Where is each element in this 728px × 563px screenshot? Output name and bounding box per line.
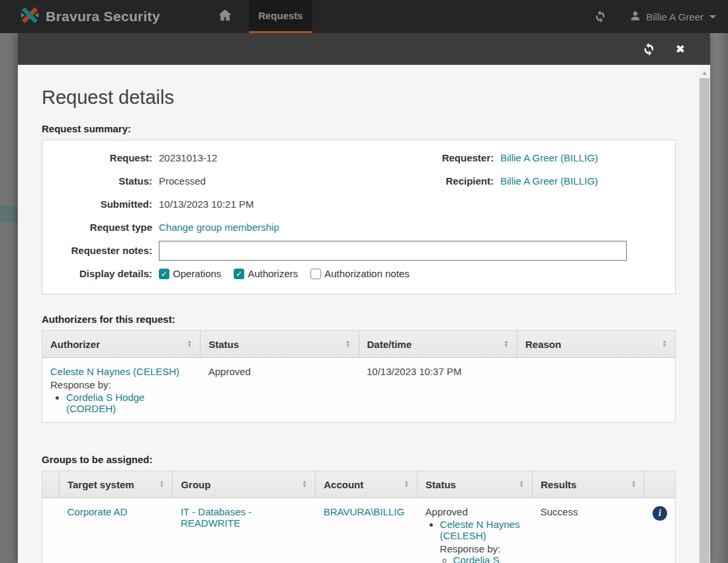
recipient-link[interactable]: Billie A Greer (BILLIG) [500,175,598,187]
sort-icon: ▲▼ [187,340,192,348]
checkbox-authorization-notes[interactable]: Authorization notes [310,268,409,279]
target-system-cell: Corporate AD [59,498,172,563]
brand-home-link[interactable]: Bravura Security [0,0,160,33]
results-cell: Success [533,498,645,563]
home-button[interactable] [201,0,249,33]
chevron-down-icon [709,15,716,19]
request-type-label: Request type [42,222,158,233]
col-empty-left [42,471,60,498]
operations-checkbox-icon[interactable]: ✓ [159,269,169,279]
modal-close-button[interactable]: ✖ [676,44,685,55]
request-label: Request: [42,152,158,163]
request-value: 20231013-12 [158,152,414,163]
status-cell: Approved [201,358,359,423]
user-menu[interactable]: Billie A Greer [629,10,716,24]
sort-icon: ▲▼ [519,480,524,488]
response-by-label: Response by: [50,379,193,390]
submitted-label: Submitted: [42,198,158,210]
user-name: Billie A Greer [646,11,704,22]
table-row: Corporate AD IT - Databases - READWRITE … [42,498,676,563]
account-link[interactable]: BRAVURA\BILLIG [324,506,404,517]
dimmed-background-teal-band [0,205,18,223]
authorizers-checkbox-icon[interactable]: ✓ [234,269,244,279]
checkbox-authorizers[interactable]: ✓ Authorizers [234,268,298,279]
info-cell: i [645,498,676,563]
sort-icon: ▲▼ [159,480,165,488]
groups-section-label: Groups to be assigned: [42,454,676,465]
authorizers-section-label: Authorizers for this request: [42,314,676,325]
modal-body: Request details Request summary: Request… [18,65,710,563]
sort-icon: ▲▼ [404,480,409,488]
requester-link[interactable]: Billie A Greer (BILLIG) [500,152,598,163]
response-by-link[interactable]: Cordelia S Hodge (CORDEH) [66,392,144,414]
user-icon [629,10,641,24]
scrollbar-thumb[interactable] [700,78,709,563]
request-type-link[interactable]: Change group membership [159,222,279,233]
sort-icon: ▲▼ [302,480,307,488]
col-target-system[interactable]: Target system▲▼ [59,471,172,498]
reason-cell [517,358,675,423]
sort-icon: ▲▼ [504,340,509,348]
row-select-cell [42,498,60,563]
requester-notes-label: Requester notes: [42,245,158,256]
authorization-notes-checkbox-label: Authorization notes [324,268,409,279]
authorizers-checkbox-label: Authorizers [248,268,298,279]
recipient-label: Recipient: [414,175,500,187]
display-details-label: Display details: [42,268,158,279]
col-results[interactable]: Results▲▼ [533,471,645,498]
navbar-right: Billie A Greer [594,0,728,33]
bravura-logo-icon [20,5,40,28]
group-link[interactable]: IT - Databases - READWRITE [181,506,251,529]
col-authorizer[interactable]: Authorizer▲▼ [42,331,201,358]
authorizer-cell: Celeste N Haynes (CELESH) Response by: C… [42,358,201,423]
col-group-status[interactable]: Status▲▼ [418,471,533,498]
requester-label: Requester: [414,152,500,163]
brand-name: Bravura Security [46,9,160,24]
modal-header: ✖ [18,33,710,65]
col-group[interactable]: Group▲▼ [173,471,316,498]
target-system-link[interactable]: Corporate AD [67,506,127,517]
page-title: Request details [42,87,676,108]
request-details-modal: ✖ Request details Request summary: Reque… [18,33,710,563]
info-icon[interactable]: i [653,506,667,521]
dimmed-background-right [710,33,728,563]
col-empty-right [645,471,676,498]
response-by-label: Response by: [440,543,525,554]
table-row: Celeste N Haynes (CELESH) Response by: C… [42,358,676,423]
navbar-refresh-button[interactable] [594,10,607,23]
authorizers-table: Authorizer▲▼ Status▲▼ Date/time▲▼ Reason… [42,330,676,423]
request-summary-panel: Request: 20231013-12 Requester: Billie A… [42,140,676,294]
authorizer-link[interactable]: Celeste N Haynes (CELESH) [50,366,179,377]
status-value: Processed [158,175,414,187]
sort-icon: ▲▼ [345,340,351,348]
group-cell: IT - Databases - READWRITE [173,498,316,563]
group-status-cell: Approved Celeste N Haynes (CELESH) Respo… [418,498,533,563]
tab-requests-label: Requests [258,10,303,21]
group-status-text: Approved [426,506,468,517]
col-account[interactable]: Account▲▼ [316,471,418,498]
request-summary-label: Request summary: [42,123,676,134]
col-datetime[interactable]: Date/time▲▼ [359,331,517,358]
submitted-value: 10/13/2023 10:21 PM [158,198,675,210]
screen: Bravura Security Requests Billie A Greer [0,0,728,563]
checkbox-operations[interactable]: ✓ Operations [159,268,221,279]
datetime-cell: 10/13/2023 10:37 PM [359,358,517,423]
groups-table: Target system▲▼ Group▲▼ Account▲▼ Status… [42,470,676,563]
scroll-up-arrow-icon[interactable]: ▲ [699,67,710,78]
top-navbar: Bravura Security Requests Billie A Greer [0,0,728,33]
sort-icon: ▲▼ [662,340,667,348]
tab-requests[interactable]: Requests [249,0,312,33]
col-reason[interactable]: Reason▲▼ [517,331,675,358]
response-by-link[interactable]: Cordelia S Hodge (CORDEH) [453,554,503,563]
requester-notes-input[interactable] [159,241,627,261]
home-icon [217,8,233,25]
status-label: Status: [42,175,158,187]
dimmed-background-left [0,33,18,563]
status-authorizer-link[interactable]: Celeste N Haynes (CELESH) [440,519,520,541]
modal-refresh-button[interactable] [642,42,656,56]
authorization-notes-checkbox-icon[interactable] [310,269,321,279]
modal-scrollbar[interactable]: ▲ [699,65,710,563]
sort-icon: ▲▼ [631,480,637,488]
operations-checkbox-label: Operations [173,268,221,279]
col-status[interactable]: Status▲▼ [201,331,359,358]
